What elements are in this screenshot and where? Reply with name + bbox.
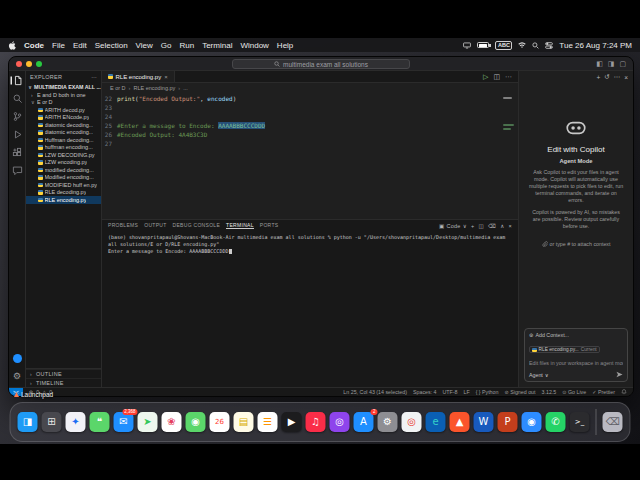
dock-icon-launchpad[interactable]: ⊞ (42, 412, 62, 432)
dock-icon-whatsapp[interactable]: ✆ (546, 412, 566, 432)
explorer-item-rle-decoding-py[interactable]: RLE decoding.py (26, 189, 101, 197)
chat-activity-icon[interactable] (12, 165, 23, 176)
explorer-item-lzw-encoding-py[interactable]: LZW encoding.py (26, 159, 101, 167)
menu-item-file[interactable]: File (52, 41, 65, 50)
maximize-panel-icon[interactable]: ∧ (500, 223, 504, 229)
explorer-item-modified-decoding[interactable]: modified decoding... (26, 166, 101, 174)
explorer-item-huffman-encoding[interactable]: huffman encoding... (26, 144, 101, 152)
panel-tab-debug-console[interactable]: DEBUG CONSOLE (173, 222, 221, 229)
zoom-window-button[interactable] (36, 61, 42, 67)
dock-icon-reminders[interactable]: ☰ (258, 412, 278, 432)
chat-input-box[interactable]: ⊕ Add Context... RLE encoding.py... Curr… (524, 328, 628, 382)
notifications-bell-icon[interactable] (621, 389, 627, 395)
dock-icon-brave[interactable]: ▲ (450, 412, 470, 432)
code-editor[interactable]: 22print("Encoded Output:", encoded)23242… (102, 92, 518, 219)
section-timeline[interactable]: ›TIMELINE (26, 378, 101, 387)
add-context-button[interactable]: ⊕ Add Context... (529, 332, 623, 338)
status-python[interactable]: { }Python (476, 389, 499, 395)
dock-icon-notes[interactable]: ▤ (234, 412, 254, 432)
context-chip[interactable]: RLE encoding.py... Current (529, 346, 600, 353)
search-icon[interactable] (532, 42, 539, 49)
dock-icon-maps[interactable]: ➤ (138, 412, 158, 432)
explorer-item-modified-encoding[interactable]: Modified encoding... (26, 174, 101, 182)
explorer-item-arith-decod-py[interactable]: ARITH decod.py (26, 106, 101, 114)
dock-icon-finder[interactable]: ◨ (18, 412, 38, 432)
dock-icon-podcasts[interactable]: ◎ (330, 412, 350, 432)
terminal-output[interactable]: (base) shovanpritapaul@Shovans-MacBook-A… (102, 231, 518, 387)
menu-app-name[interactable]: Code (24, 41, 44, 50)
terminal-profile-select[interactable]: ▣ Code ∨ (439, 223, 467, 229)
toggle-panel-icon[interactable]: ◨ (608, 60, 615, 68)
split-terminal-icon[interactable]: ◫ (479, 223, 485, 229)
explorer-item-e-and-d-both-in-one[interactable]: ›E and D both in one (26, 91, 101, 99)
panel-tab-ports[interactable]: PORTS (260, 222, 279, 229)
extensions-icon[interactable] (12, 147, 23, 158)
dock-icon-safari[interactable]: ✦ (66, 412, 86, 432)
dock-icon-terminal-app[interactable]: >_ (570, 412, 590, 432)
dock-icon-messages[interactable]: ❝ (90, 412, 110, 432)
close-chat-icon[interactable]: × (624, 74, 628, 81)
dock-icon-photos[interactable]: ❀ (162, 412, 182, 432)
dock-icon-music[interactable]: ♫ (306, 412, 326, 432)
workspace-root-folder[interactable]: ∨ MULTIMEDIA EXAM ALL ... (26, 83, 101, 91)
status-prettier[interactable]: ✓Prettier (592, 389, 615, 395)
dock-icon-word[interactable]: W (474, 412, 494, 432)
more-actions-icon[interactable]: ⋯ (505, 73, 512, 81)
explorer-item-rle-encoding-py[interactable]: RLE encoding.py (26, 196, 101, 204)
search-activity-icon[interactable] (12, 93, 23, 104)
close-panel-icon[interactable]: × (508, 223, 512, 229)
control-center-icon[interactable] (545, 42, 553, 49)
menu-bar-clock[interactable]: Tue 26 Aug 7:24 PM (559, 41, 632, 50)
close-tab-icon[interactable]: × (164, 74, 168, 80)
run-debug-icon[interactable] (12, 129, 23, 140)
minimap[interactable] (503, 95, 515, 153)
new-terminal-icon[interactable]: + (471, 223, 475, 229)
dock-icon-chrome[interactable]: ◎ (402, 412, 422, 432)
explorer-activity-icon[interactable] (12, 75, 23, 86)
panel-tab-problems[interactable]: PROBLEMS (108, 222, 138, 229)
menu-item-go[interactable]: Go (161, 41, 172, 50)
account-icon[interactable] (12, 353, 23, 364)
input-source-badge[interactable]: ABC (495, 41, 512, 50)
command-center-search[interactable]: multimedia exam all solutions (232, 59, 410, 69)
dock-icon-tv[interactable]: ▶ (282, 412, 302, 432)
breadcrumb-item-e-or-d[interactable]: E or D (110, 85, 126, 91)
display-icon[interactable] (463, 42, 471, 49)
chat-history-icon[interactable]: ↺ (604, 73, 609, 81)
panel-tab-output[interactable]: OUTPUT (144, 222, 166, 229)
explorer-item-lzw-decoding-py[interactable]: LZW DECODING.py (26, 151, 101, 159)
close-window-button[interactable] (16, 61, 22, 67)
dock-icon-trash[interactable]: ⌫ (603, 412, 623, 432)
source-control-icon[interactable] (12, 111, 23, 122)
dock-icon-zoom[interactable]: ◉ (522, 412, 542, 432)
status-3-12-5[interactable]: 3.12.5 (542, 389, 557, 395)
settings-gear-icon[interactable]: ⚙ (12, 371, 23, 382)
menu-item-view[interactable]: View (136, 41, 153, 50)
chat-more-icon[interactable]: ⋯ (614, 73, 621, 81)
customize-layout-icon[interactable]: ▢ (619, 60, 626, 68)
send-icon[interactable] (616, 371, 623, 378)
dock-icon-app-store[interactable]: A2 (354, 412, 374, 432)
explorer-item-diatomic-decoding[interactable]: diatomic decoding... (26, 121, 101, 129)
dock-icon-edge[interactable]: e (426, 412, 446, 432)
menu-item-run[interactable]: Run (179, 41, 194, 50)
menu-item-terminal[interactable]: Terminal (202, 41, 232, 50)
tab-rle-encoding[interactable]: RLE encoding.py × (102, 71, 175, 82)
explorer-more-icon[interactable]: ⋯ (91, 74, 97, 80)
battery-icon[interactable] (477, 42, 489, 48)
wifi-icon[interactable] (518, 42, 526, 49)
menu-item-edit[interactable]: Edit (73, 41, 87, 50)
toggle-sidebar-icon[interactable]: ◧ (596, 60, 603, 68)
menu-item-selection[interactable]: Selection (95, 41, 128, 50)
dock-icon-powerpoint[interactable]: P (498, 412, 518, 432)
menu-item-help[interactable]: Help (277, 41, 293, 50)
new-chat-icon[interactable]: + (596, 74, 600, 81)
breadcrumb-item-rle-encoding-py[interactable]: RLE encoding.py (133, 85, 175, 91)
explorer-item-arith-encode-py[interactable]: ARITH ENcode.py (26, 114, 101, 122)
kill-terminal-icon[interactable]: ⌫ (488, 223, 496, 229)
dock-icon-settings[interactable]: ⚙ (378, 412, 398, 432)
menu-item-window[interactable]: Window (240, 41, 268, 50)
status-go-live[interactable]: ⊙Go Live (562, 389, 586, 395)
explorer-item-e-or-d[interactable]: ∨E or D (26, 99, 101, 107)
apple-logo-icon[interactable] (8, 41, 16, 50)
